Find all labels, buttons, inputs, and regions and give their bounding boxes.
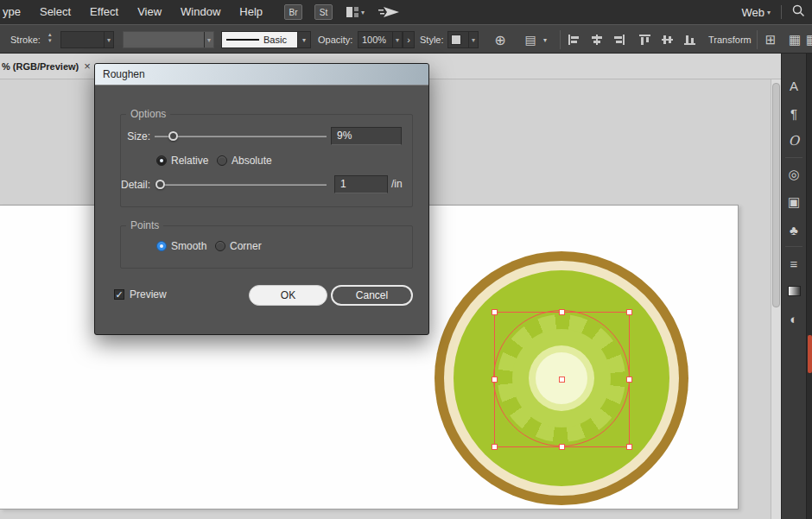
smooth-radio-label[interactable]: Smooth bbox=[171, 240, 206, 252]
pathfinder-panel-icon[interactable]: ▦ bbox=[786, 25, 803, 54]
close-tab-icon[interactable]: × bbox=[84, 60, 91, 73]
relative-radio[interactable] bbox=[156, 155, 167, 166]
stepper-up-icon[interactable]: ▴ bbox=[48, 31, 52, 37]
align-top-icon[interactable] bbox=[637, 25, 652, 54]
gradient-panel-icon[interactable] bbox=[783, 280, 805, 302]
arrange-documents-icon[interactable]: ▾ bbox=[346, 7, 365, 17]
appearance-panel-icon[interactable]: ◎ bbox=[783, 163, 805, 186]
selection-handle[interactable] bbox=[492, 377, 498, 383]
selection-handle[interactable] bbox=[626, 444, 632, 450]
selection-handle[interactable] bbox=[559, 444, 565, 450]
chevron-down-icon: ▾ bbox=[204, 32, 213, 47]
selection-handle[interactable] bbox=[626, 377, 632, 383]
transform-label[interactable]: Transform bbox=[708, 25, 752, 54]
menu-help[interactable]: Help bbox=[230, 0, 272, 24]
style-swatch bbox=[451, 35, 461, 45]
opacity-label: Opacity: bbox=[318, 25, 352, 54]
align-right-icon[interactable] bbox=[611, 25, 626, 54]
chevron-down-icon: ▾ bbox=[104, 32, 113, 47]
relative-radio-label[interactable]: Relative bbox=[171, 155, 208, 167]
toolbar-separator bbox=[560, 30, 561, 49]
chevron-down-icon[interactable]: ▾ bbox=[541, 25, 549, 54]
menu-bar: ype Select Effect View Window Help Br St… bbox=[0, 0, 812, 24]
align-center-horizontal-icon[interactable] bbox=[588, 25, 604, 54]
chevron-down-icon: ▾ bbox=[392, 32, 402, 47]
chevron-down-icon: ▾ bbox=[297, 32, 310, 47]
graphic-styles-panel-icon[interactable]: ▣ bbox=[783, 191, 805, 213]
right-panel-dock: A ¶ O ◎ ▣ ♣ ≡ ◐ bbox=[781, 54, 812, 519]
document-tab-title[interactable]: % (RGB/Preview) bbox=[2, 61, 79, 72]
dock-scrollbar-thumb[interactable] bbox=[808, 335, 812, 373]
smooth-radio[interactable] bbox=[156, 241, 167, 251]
detail-slider-handle[interactable] bbox=[155, 180, 165, 189]
opacity-dropdown[interactable]: 100% ▾ bbox=[358, 31, 403, 48]
preview-checkbox[interactable] bbox=[114, 289, 124, 300]
clipped-toolbar-icon[interactable]: ▦ bbox=[807, 25, 812, 54]
search-icon[interactable] bbox=[792, 4, 805, 20]
brush-definition-dropdown[interactable]: Basic ▾ bbox=[221, 31, 311, 48]
chevron-down-icon: ▾ bbox=[361, 9, 365, 16]
detail-unit-label: /in bbox=[391, 178, 403, 190]
preview-checkbox-label[interactable]: Preview bbox=[130, 288, 167, 301]
options-group-label: Options bbox=[126, 108, 170, 120]
align-middle-vertical-icon[interactable] bbox=[659, 25, 675, 54]
menu-select[interactable]: Select bbox=[30, 0, 80, 24]
detail-slider-track[interactable] bbox=[156, 184, 327, 186]
bridge-icon[interactable]: Br bbox=[284, 4, 302, 20]
align-left-icon[interactable] bbox=[566, 25, 581, 54]
selection-handle[interactable] bbox=[492, 444, 498, 450]
menu-type[interactable]: ype bbox=[0, 0, 30, 24]
transform-panel-icon[interactable]: ⊞ bbox=[762, 25, 779, 54]
selection-handle[interactable] bbox=[559, 309, 565, 315]
dock-divider bbox=[785, 246, 802, 247]
selection-handle[interactable] bbox=[626, 309, 632, 315]
size-slider-handle[interactable] bbox=[168, 131, 178, 141]
selection-center-handle[interactable] bbox=[559, 377, 565, 383]
color-panel-icon[interactable]: ◐ bbox=[783, 307, 805, 330]
absolute-radio[interactable] bbox=[217, 155, 227, 166]
stroke-weight-dropdown[interactable]: ▾ bbox=[60, 31, 114, 48]
gradient-glyph bbox=[788, 286, 801, 296]
dialog-title-bar[interactable]: Roughen bbox=[95, 64, 428, 85]
style-dropdown[interactable]: ▾ bbox=[447, 31, 479, 48]
menu-view[interactable]: View bbox=[128, 0, 171, 24]
detail-value-field[interactable]: 1 bbox=[334, 175, 388, 193]
stepper-down-icon[interactable]: ▾ bbox=[48, 37, 52, 43]
opentype-panel-icon[interactable]: O bbox=[783, 130, 805, 152]
opacity-expand-button[interactable]: › bbox=[403, 31, 415, 48]
variable-width-dropdown[interactable]: ▾ bbox=[123, 31, 214, 48]
paragraph-panel-icon[interactable]: ¶ bbox=[783, 102, 805, 124]
menubar-separator bbox=[781, 5, 782, 19]
size-value-field[interactable]: 9% bbox=[331, 127, 402, 145]
menu-effect[interactable]: Effect bbox=[80, 0, 128, 24]
stock-icon[interactable]: St bbox=[314, 4, 333, 20]
arrange-documents-glyph bbox=[346, 7, 358, 17]
brush-preview: Basic bbox=[222, 32, 297, 47]
style-label: Style: bbox=[420, 25, 444, 54]
share-icon[interactable] bbox=[378, 6, 399, 18]
selection-handle[interactable] bbox=[492, 309, 498, 315]
symbols-panel-icon[interactable]: ♣ bbox=[783, 218, 805, 241]
stroke-stepper[interactable]: ▴ ▾ bbox=[48, 31, 52, 43]
document-setup-icon[interactable]: ▤ bbox=[522, 25, 539, 54]
canvas-vertical-scrollbar[interactable] bbox=[771, 79, 781, 519]
corner-radio-label[interactable]: Corner bbox=[230, 240, 262, 252]
character-panel-icon[interactable]: A bbox=[783, 74, 805, 97]
size-slider-track[interactable] bbox=[155, 136, 327, 137]
menu-window[interactable]: Window bbox=[171, 0, 230, 24]
selection-bounding-box[interactable] bbox=[494, 312, 630, 447]
chevron-down-icon: ▾ bbox=[468, 32, 478, 47]
cancel-button[interactable]: Cancel bbox=[331, 285, 413, 306]
brush-name: Basic bbox=[263, 35, 287, 45]
workspace-switcher[interactable]: Web bbox=[741, 6, 764, 19]
scrollbar-thumb[interactable] bbox=[772, 83, 780, 307]
absolute-radio-label[interactable]: Absolute bbox=[232, 155, 272, 167]
ok-button[interactable]: OK bbox=[249, 285, 327, 306]
stroke-panel-icon[interactable]: ≡ bbox=[783, 252, 805, 275]
corner-radio[interactable] bbox=[215, 241, 225, 251]
dock-scrollbar[interactable] bbox=[806, 54, 812, 519]
brush-stroke-preview bbox=[226, 39, 259, 41]
align-bottom-icon[interactable] bbox=[682, 25, 697, 54]
recolor-artwork-icon[interactable]: ⊕ bbox=[491, 25, 510, 54]
control-toolbar: Stroke: ▴ ▾ ▾ ▾ Basic ▾ Opacity: 100% ▾ … bbox=[0, 24, 812, 54]
